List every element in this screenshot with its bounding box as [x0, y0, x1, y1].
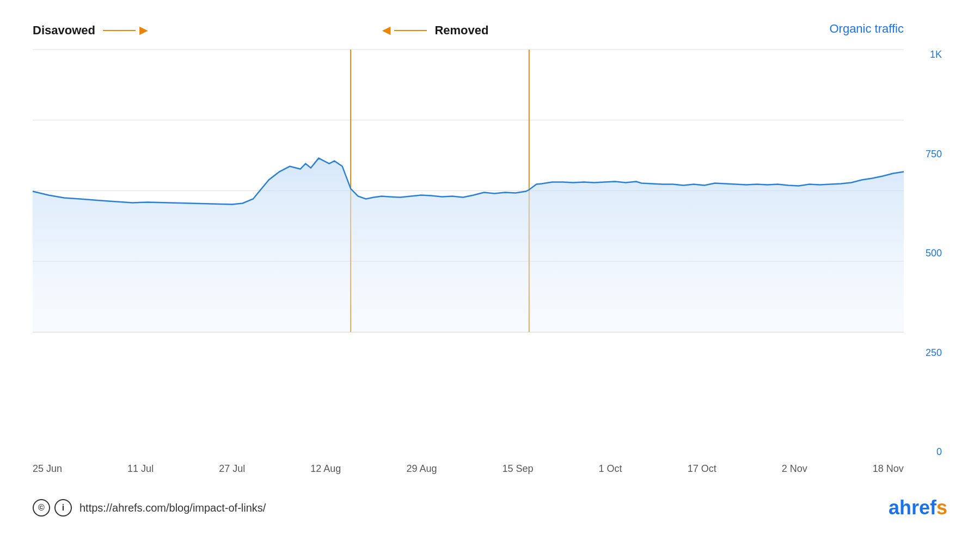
chart-plot: [33, 50, 904, 333]
disavowed-arrow: ►: [101, 22, 151, 39]
ahrefs-orange: s: [936, 496, 947, 519]
y-axis: 1K 750 500 250 0: [904, 50, 947, 457]
footer-left: © i https://ahrefs.com/blog/impact-of-li…: [33, 499, 266, 517]
y-label-1k: 1K: [930, 50, 942, 59]
x-axis: 25 Jun 11 Jul 27 Jul 12 Aug 29 Aug 15 Se…: [33, 457, 904, 475]
x-label-4: 29 Aug: [406, 463, 437, 475]
footer-url: https://ahrefs.com/blog/impact-of-links/: [79, 502, 266, 514]
y-label-250: 250: [926, 348, 942, 358]
footer-icons: © i: [33, 499, 72, 517]
chart-header: Disavowed ► ◄ Removed Organic traffic: [33, 22, 947, 39]
removed-arrow-left: ◄: [379, 22, 430, 39]
x-label-8: 2 Nov: [782, 463, 807, 475]
y-label-0: 0: [936, 447, 942, 457]
removed-label: Removed: [434, 23, 488, 38]
y-label-500: 500: [926, 248, 942, 258]
chart-area: 1K 750 500 250 0: [33, 50, 947, 457]
chart-container: Disavowed ► ◄ Removed Organic traffic: [33, 22, 947, 519]
x-label-1: 11 Jul: [127, 463, 154, 475]
disavowed-label: Disavowed: [33, 23, 95, 38]
organic-traffic-label: Organic traffic: [829, 22, 904, 36]
x-label-3: 12 Aug: [310, 463, 341, 475]
annotations: Disavowed ► ◄ Removed: [33, 22, 488, 39]
y-label-750: 750: [926, 149, 942, 159]
x-label-7: 17 Oct: [688, 463, 716, 475]
cc-icon: ©: [33, 499, 50, 517]
ahrefs-blue: ahref: [889, 496, 936, 519]
chart-svg: [33, 50, 904, 332]
x-label-2: 27 Jul: [219, 463, 245, 475]
x-label-0: 25 Jun: [33, 463, 62, 475]
removed-annotation: ◄ Removed: [379, 22, 489, 39]
disavowed-annotation: Disavowed ►: [33, 22, 151, 39]
info-icon: i: [54, 499, 72, 517]
x-label-5: 15 Sep: [503, 463, 534, 475]
x-label-9: 18 Nov: [873, 463, 904, 475]
x-label-6: 1 Oct: [599, 463, 622, 475]
footer: © i https://ahrefs.com/blog/impact-of-li…: [33, 491, 947, 519]
ahrefs-logo: ahrefs: [889, 496, 947, 519]
